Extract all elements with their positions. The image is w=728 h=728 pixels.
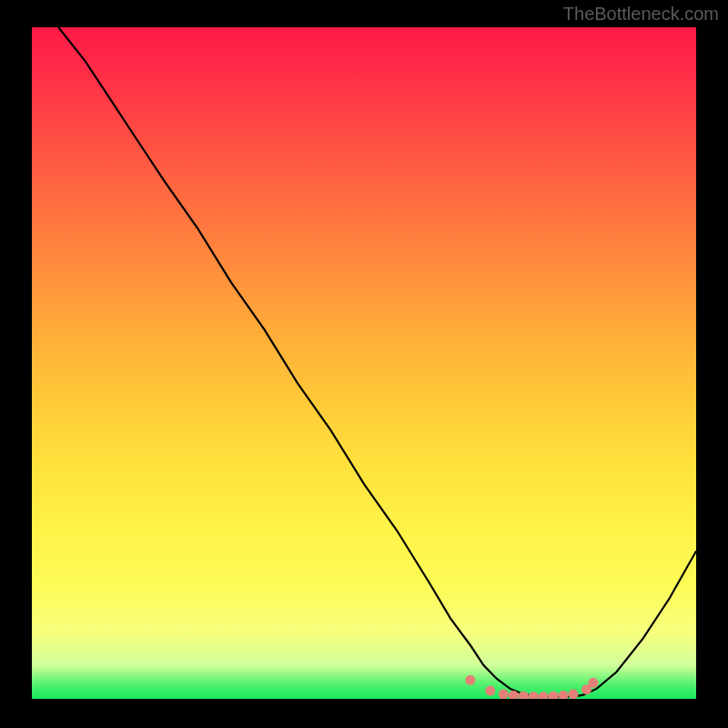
- marker-dot: [465, 675, 475, 685]
- marker-dot: [485, 686, 495, 696]
- marker-dot: [568, 689, 578, 699]
- marker-dot: [588, 678, 598, 688]
- bottleneck-curve-line: [58, 27, 696, 697]
- chart-plot-area: [32, 27, 696, 699]
- marker-dot: [549, 692, 559, 700]
- marker-dot: [499, 689, 509, 699]
- watermark-text: TheBottleneck.com: [563, 4, 719, 25]
- marker-dot: [539, 692, 549, 699]
- marker-dot: [559, 691, 569, 699]
- marker-dot: [529, 692, 539, 699]
- chart-svg: [32, 27, 696, 699]
